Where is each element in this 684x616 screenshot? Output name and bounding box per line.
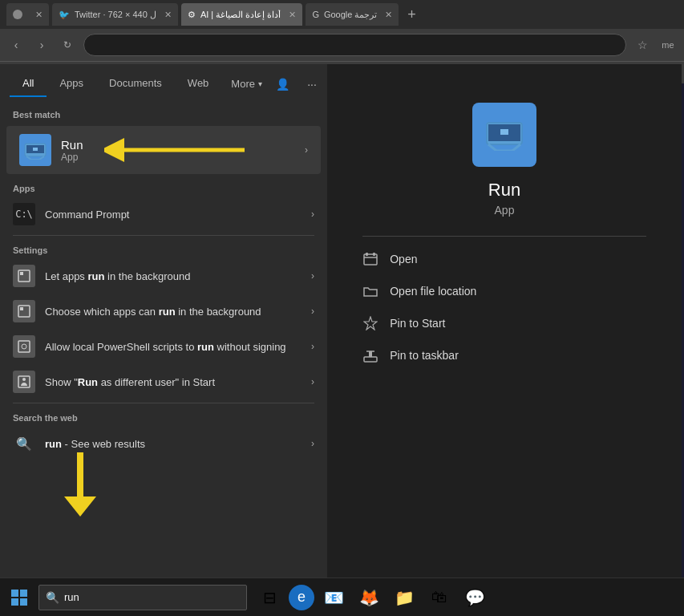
profile-button[interactable]: me xyxy=(658,35,678,55)
chat-button[interactable]: 💬 xyxy=(459,582,491,614)
svg-line-20 xyxy=(488,144,496,151)
settings-different-user-item[interactable]: Show "Run as different user" in Start › xyxy=(0,364,327,399)
svg-rect-13 xyxy=(20,307,23,310)
tab-2[interactable]: 🐦 Twitter · 762 × 440 ل ✕ xyxy=(52,3,178,26)
svg-rect-7 xyxy=(33,148,38,151)
svg-rect-23 xyxy=(500,129,508,135)
tab-bar: ✕ 🐦 Twitter · 762 × 440 ل ✕ ⚙ AI | أداة … xyxy=(0,0,684,29)
refresh-button[interactable]: ↻ xyxy=(58,35,77,55)
tab-title-3: AI | أداة إعادة الصياغة xyxy=(200,10,281,20)
firefox-button[interactable]: 🦊 xyxy=(353,582,385,614)
web-search-text: run - See web results xyxy=(45,438,302,450)
tab-web[interactable]: Web xyxy=(175,71,222,97)
address-input[interactable] xyxy=(83,34,626,56)
tab-3[interactable]: ⚙ AI | أداة إعادة الصياغة ✕ xyxy=(181,3,303,26)
tab-title-4: Google ترجمة xyxy=(324,10,378,20)
file-explorer-icon: 📁 xyxy=(395,588,415,607)
detail-action-open[interactable]: Open xyxy=(362,243,646,275)
search-tabs: All Apps Documents Web More ▾ 👤 ··· ✕ xyxy=(0,64,327,97)
tab-documents[interactable]: Documents xyxy=(96,71,175,97)
settings-icon-1 xyxy=(13,265,35,287)
taskbar: 🔍 ⊟ e 📧 🦊 📁 🛍 💬 xyxy=(0,578,684,616)
detail-action-pin-taskbar[interactable]: Pin to taskbar xyxy=(362,339,646,371)
detail-divider xyxy=(362,236,646,237)
settings-choose-apps-item[interactable]: Choose which apps can run in the backgro… xyxy=(0,294,327,329)
settings-background-chevron: › xyxy=(311,270,314,282)
command-prompt-chevron: › xyxy=(311,209,314,220)
settings-choose-apps-chevron: › xyxy=(311,306,314,317)
command-prompt-item[interactable]: C:\ Command Prompt › xyxy=(0,197,327,232)
start-button[interactable] xyxy=(0,578,38,617)
svg-rect-11 xyxy=(20,272,23,275)
settings-different-user-text: Show "Run as different user" in Start xyxy=(45,376,302,388)
tab-close-1[interactable]: ✕ xyxy=(35,10,42,20)
tab-1[interactable]: ✕ xyxy=(6,3,49,26)
store-button[interactable]: 🛍 xyxy=(423,582,455,614)
svg-point-17 xyxy=(22,378,26,381)
best-match-label: Best match xyxy=(0,103,327,123)
detail-app-icon xyxy=(472,103,536,167)
search-web-label: Search the web xyxy=(0,407,327,426)
section-divider-2 xyxy=(13,403,314,403)
panel-person-icon[interactable]: 👤 xyxy=(272,73,294,95)
detail-action-file-location[interactable]: Open file location xyxy=(362,275,646,307)
search-web-icon: 🔍 xyxy=(13,432,35,455)
best-match-name: Run xyxy=(61,138,295,152)
tab-apps[interactable]: Apps xyxy=(47,71,96,97)
taskbar-search-bar[interactable]: 🔍 xyxy=(38,585,247,610)
tab-4[interactable]: G Google ترجمة ✕ xyxy=(306,3,399,26)
forward-button[interactable]: › xyxy=(32,35,51,55)
tab-close-3[interactable]: ✕ xyxy=(289,10,296,20)
svg-rect-26 xyxy=(373,253,375,256)
settings-powershell-item[interactable]: Allow local PowerShell scripts to run wi… xyxy=(0,329,327,364)
settings-icon-3 xyxy=(13,335,35,358)
firefox-icon: 🦊 xyxy=(359,588,379,607)
taskbar-search-input[interactable] xyxy=(64,591,240,603)
tab-favicon-2: 🐦 xyxy=(59,10,70,20)
web-search-item[interactable]: 🔍 run - See web results › xyxy=(0,426,327,461)
bookmark-button[interactable]: ☆ xyxy=(633,35,652,55)
folder-icon xyxy=(362,283,378,299)
store-icon: 🛍 xyxy=(431,588,447,606)
file-location-label: Open file location xyxy=(390,285,476,298)
tab-close-2[interactable]: ✕ xyxy=(164,10,172,20)
svg-rect-25 xyxy=(366,253,368,256)
svg-line-4 xyxy=(26,156,31,160)
chevron-down-icon: ▾ xyxy=(258,79,262,88)
tab-more[interactable]: More ▾ xyxy=(221,71,272,96)
best-match-item[interactable]: Run App › xyxy=(6,126,321,174)
cmd-icon: C:\ xyxy=(13,203,35,225)
search-results-panel: All Apps Documents Web More ▾ 👤 ··· ✕ Be… xyxy=(0,64,327,578)
svg-rect-28 xyxy=(369,351,372,357)
section-divider-1 xyxy=(13,235,314,236)
settings-powershell-text: Allow local PowerShell scripts to run wi… xyxy=(45,341,302,353)
settings-powershell-chevron: › xyxy=(311,341,314,352)
outlook-button[interactable]: 📧 xyxy=(318,582,350,614)
edge-button[interactable]: e xyxy=(289,585,314,610)
tab-favicon-1 xyxy=(13,10,22,19)
best-match-info: Run App xyxy=(61,138,295,163)
svg-line-21 xyxy=(512,144,520,151)
new-tab-button[interactable]: + xyxy=(402,5,421,24)
outlook-icon: 📧 xyxy=(324,588,344,607)
tab-close-4[interactable]: ✕ xyxy=(385,10,392,20)
task-view-button[interactable]: ⊟ xyxy=(253,582,285,614)
taskbar-search-icon: 🔍 xyxy=(46,591,59,604)
detail-app-name: Run xyxy=(488,180,520,201)
task-view-icon: ⊟ xyxy=(263,588,277,607)
detail-action-pin-start[interactable]: Pin to Start xyxy=(362,307,646,339)
run-app-icon xyxy=(19,134,51,166)
open-label: Open xyxy=(390,253,417,265)
tab-all[interactable]: All xyxy=(10,71,47,97)
svg-point-15 xyxy=(22,344,26,349)
file-explorer-button[interactable]: 📁 xyxy=(388,582,420,614)
svg-rect-14 xyxy=(18,341,30,352)
panel-more-icon[interactable]: ··· xyxy=(301,73,323,95)
settings-background-item[interactable]: Let apps run in the background › xyxy=(0,258,327,294)
more-label: More xyxy=(231,78,255,90)
apps-section-label: Apps xyxy=(0,177,327,197)
start-menu: All Apps Documents Web More ▾ 👤 ··· ✕ Be… xyxy=(0,64,682,578)
web-search-chevron: › xyxy=(311,438,314,449)
back-button[interactable]: ‹ xyxy=(6,35,26,55)
search-content: Best match Run xyxy=(0,97,327,578)
